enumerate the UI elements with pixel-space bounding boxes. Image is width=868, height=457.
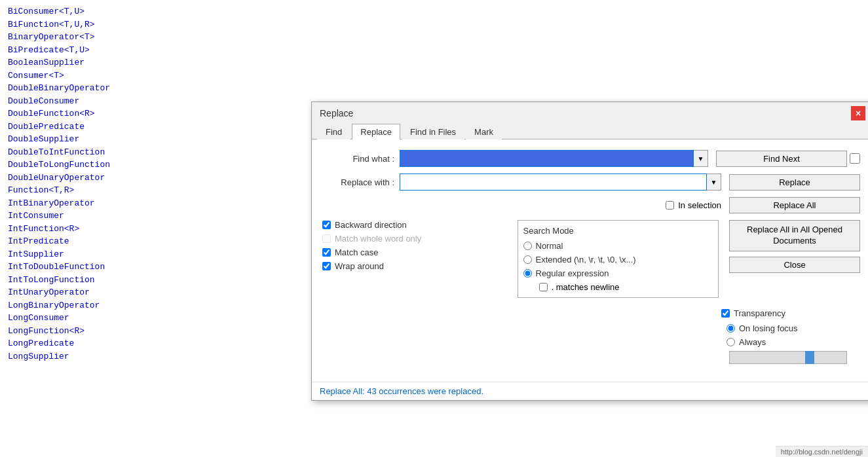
code-line: Consumer<T> xyxy=(8,69,860,82)
search-mode-box: Search Mode Normal Extended (\n, \r, \t,… xyxy=(518,220,719,298)
always-row: Always xyxy=(726,337,855,347)
code-line: BiPredicate<T,U> xyxy=(8,44,860,57)
checkboxes-col: Backward direction Match whole word only… xyxy=(322,220,507,298)
close-dialog-button[interactable]: × xyxy=(851,106,865,120)
match-case-row: Match case xyxy=(322,247,507,257)
transparency-options: On losing focus Always xyxy=(726,323,855,366)
matches-newline-checkbox[interactable] xyxy=(539,283,548,291)
find-input-combo: ▼ xyxy=(400,150,708,167)
code-line: BiFunction<T,U,R> xyxy=(8,18,860,31)
transparency-slider-container xyxy=(726,351,855,366)
in-selection-checkbox[interactable] xyxy=(666,201,674,210)
code-line: DoubleBinaryOperator xyxy=(8,82,860,95)
tab-replace[interactable]: Replace xyxy=(352,124,400,139)
radio-normal-label: Normal xyxy=(536,241,563,251)
options-area: Backward direction Match whole word only… xyxy=(322,220,860,298)
match-case-checkbox[interactable] xyxy=(322,248,331,257)
radio-normal-row: Normal xyxy=(523,241,708,251)
wrap-around-row: Wrap around xyxy=(322,261,507,271)
replace-dialog: Replace × Find Replace Find in Files Mar… xyxy=(311,101,868,401)
replace-all-docs-button[interactable]: Replace All in All Opened Documents xyxy=(729,220,860,251)
status-text: Replace All: 43 occurrences were replace… xyxy=(320,386,483,396)
radio-regex-row: Regular expression xyxy=(523,268,708,278)
radio-on-losing-focus[interactable] xyxy=(726,324,735,333)
on-losing-focus-label: On losing focus xyxy=(739,323,798,333)
match-case-label: Match case xyxy=(335,247,378,257)
dialog-tabs: Find Replace Find in Files Mark xyxy=(312,123,868,139)
match-whole-word-label: Match whole word only xyxy=(335,234,421,244)
wrap-around-checkbox[interactable] xyxy=(322,262,331,270)
radio-always[interactable] xyxy=(726,338,735,346)
search-mode-title: Search Mode xyxy=(523,226,708,236)
radio-regex-label: Regular expression xyxy=(536,268,609,278)
radio-regex[interactable] xyxy=(523,269,532,278)
replace-all-button[interactable]: Replace All xyxy=(729,197,860,213)
dialog-title-bar: Replace × xyxy=(312,102,868,120)
match-whole-word-checkbox[interactable] xyxy=(322,234,331,243)
dialog-body: Find what : ▼ Find Next Replace with : ▼ xyxy=(312,139,868,382)
find-next-button[interactable]: Find Next xyxy=(716,151,847,167)
replace-with-dropdown[interactable]: ▼ xyxy=(707,174,721,191)
backward-direction-label: Backward direction xyxy=(335,220,407,230)
in-selection-label: In selection xyxy=(678,200,721,210)
tab-find[interactable]: Find xyxy=(317,124,350,139)
transparency-box: Transparency On losing focus Always xyxy=(716,303,860,371)
replace-button[interactable]: Replace xyxy=(729,174,860,191)
dialog-title: Replace xyxy=(320,108,353,119)
replace-input-combo: ▼ xyxy=(400,174,721,191)
transparency-label: Transparency xyxy=(734,308,785,318)
transparency-checkbox[interactable] xyxy=(721,309,730,318)
close-button[interactable]: Close xyxy=(729,257,860,273)
wrap-around-label: Wrap around xyxy=(335,261,384,271)
find-next-checkbox[interactable] xyxy=(850,153,860,164)
on-losing-focus-row: On losing focus xyxy=(726,323,855,333)
matches-newline-row: . matches newline xyxy=(539,282,708,292)
radio-extended-label: Extended (\n, \r, \t, \0, \x...) xyxy=(536,255,636,265)
url-bar: http://blog.csdn.net/dengji xyxy=(776,446,868,457)
radio-normal[interactable] xyxy=(523,242,532,250)
status-bar: Replace All: 43 occurrences were replace… xyxy=(312,382,868,400)
transparency-slider[interactable] xyxy=(729,351,847,364)
tab-find-in-files[interactable]: Find in Files xyxy=(402,124,464,139)
tab-mark[interactable]: Mark xyxy=(466,124,502,139)
radio-extended[interactable] xyxy=(523,255,532,264)
replace-with-label: Replace with : xyxy=(322,177,394,187)
always-label: Always xyxy=(739,337,766,347)
replace-with-input[interactable] xyxy=(400,174,707,191)
backward-direction-checkbox[interactable] xyxy=(322,221,331,229)
transparency-header: Transparency xyxy=(721,308,855,318)
find-what-label: Find what : xyxy=(322,154,394,164)
radio-extended-row: Extended (\n, \r, \t, \0, \x...) xyxy=(523,255,708,265)
code-line: BiConsumer<T,U> xyxy=(8,5,860,18)
code-line: BinaryOperator<T> xyxy=(8,31,860,44)
match-whole-word-row: Match whole word only xyxy=(322,234,507,244)
matches-newline-label: . matches newline xyxy=(552,282,620,292)
transparency-section: Transparency On losing focus Always xyxy=(322,303,860,371)
find-what-input[interactable] xyxy=(400,150,694,167)
find-what-dropdown[interactable]: ▼ xyxy=(694,150,708,167)
code-line: BooleanSupplier xyxy=(8,56,860,69)
backward-direction-row: Backward direction xyxy=(322,220,507,230)
